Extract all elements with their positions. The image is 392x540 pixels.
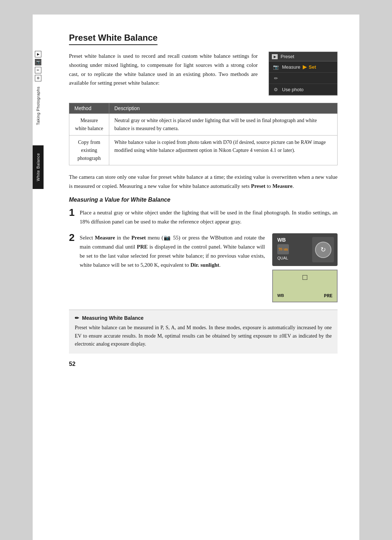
page-number: 52	[69, 361, 338, 367]
menu-row-icon-pencil: ✏	[273, 75, 279, 81]
lcd-wb-label: WB	[277, 293, 284, 299]
table-cell-desc-1: Neutral gray or white object is placed u…	[109, 114, 338, 136]
sidebar: ▶ 📷 ✏ ⚙ Taking Photographs	[33, 15, 44, 540]
note-text: Preset white balance can be measured in …	[75, 324, 332, 348]
table-row: Copy fromexistingphotograph White balanc…	[69, 136, 338, 165]
menu-row-pencil: ✏	[269, 73, 337, 84]
step-2-text: Select Measure in the Preset menu (📷 55)…	[80, 233, 265, 269]
step-1: 1 Place a neutral gray or white object u…	[69, 208, 338, 226]
step2-bold-measure: Measure	[95, 235, 115, 241]
measure-label: Measure	[282, 64, 301, 70]
lcd-screen: □ WB PRE	[272, 270, 338, 302]
bold-measure: Measure	[272, 183, 293, 189]
menu-header-icon: ▶	[272, 54, 278, 59]
sidebar-icon-pencil: ✏	[35, 67, 41, 73]
intro-section: Preset white balance is used to record a…	[69, 52, 338, 96]
table-cell-method-2: Copy fromexistingphotograph	[69, 136, 109, 165]
note-title-text: Measuring White Balance	[82, 315, 144, 321]
sidebar-black-bar: White Balance	[33, 145, 44, 189]
dial-circle: ↻	[315, 242, 331, 258]
lcd-top: □	[277, 273, 332, 282]
lcd-bottom: WB PRE	[277, 293, 332, 299]
wb-label: WB	[277, 237, 286, 243]
intro-paragraph: Preset white balance is used to record a…	[69, 52, 258, 88]
menu-row-usephoto: ⚙ Use photo	[269, 84, 337, 95]
step-2-number: 2	[69, 233, 75, 243]
sidebar-label-white-balance: White Balance	[36, 153, 40, 181]
camera-menu-header: ▶ Preset	[269, 52, 337, 61]
step-2-images: WB ?/○m QUAL ↻ □	[272, 233, 338, 302]
step-2-container: Select Measure in the Preset menu (📷 55)…	[80, 233, 338, 302]
sidebar-icon-gear: ⚙	[35, 75, 41, 81]
sidebar-icon-camera: 📷	[35, 59, 41, 65]
table-header-method: Method	[69, 103, 109, 114]
step-2: 2 Select Measure in the Preset menu (📷 5…	[69, 233, 338, 302]
camera-body-image: WB ?/○m QUAL ↻	[272, 233, 338, 266]
table-cell-desc-2: White balance value is copied from photo…	[109, 136, 338, 165]
menu-header-title: Preset	[281, 54, 294, 59]
body-paragraph-1: The camera can store only one value for …	[69, 173, 338, 191]
menu-row-measure-text: Measure ▶ Set	[282, 64, 316, 70]
sidebar-label-taking: Taking Photographs	[36, 86, 40, 125]
dial-mockup: ↻	[312, 237, 334, 262]
step2-dir-sunlight: Dir. sunlight	[191, 262, 219, 268]
table-row: Measurewhite balance Neutral gray or whi…	[69, 114, 338, 136]
wb-button: ?/○m	[277, 244, 289, 254]
qual-label: QUAL	[277, 256, 288, 260]
step2-pre: PRE	[137, 244, 148, 250]
sidebar-icons: ▶ 📷 ✏ ⚙	[35, 51, 41, 81]
step-1-number: 1	[69, 207, 75, 218]
menu-row-icon-camera: 📷	[273, 64, 279, 70]
lcd-center-symbol: □	[302, 273, 307, 282]
step-2-paragraph: Select Measure in the Preset menu (📷 55)…	[80, 233, 265, 269]
sidebar-icon-play: ▶	[35, 51, 41, 57]
menu-row-icon-usephoto: ⚙	[273, 86, 279, 93]
menu-row-usephoto-text: Use photo	[282, 87, 303, 92]
table-header-description: Description	[109, 103, 338, 114]
menu-arrow: ▶	[303, 64, 307, 70]
section-heading: Measuring a Value for White Balance	[69, 197, 338, 203]
table-cell-method-1: Measurewhite balance	[69, 114, 109, 136]
dial-arrow-icon: ↻	[320, 246, 326, 254]
bold-preset: Preset	[251, 183, 266, 189]
menu-row-measure: 📷 Measure ▶ Set	[269, 61, 337, 73]
set-label: Set	[309, 64, 316, 70]
main-content: Preset White Balance Preset white balanc…	[69, 33, 338, 367]
step2-bold-preset: Preset	[131, 235, 146, 241]
step-1-text: Place a neutral gray or white object und…	[80, 208, 338, 226]
page: ▶ 📷 ✏ ⚙ Taking Photographs White Balance…	[33, 15, 359, 540]
camera-menu-mockup: ▶ Preset 📷 Measure ▶ Set ✏ ⚙	[269, 52, 338, 96]
note-pencil-icon: ✏	[75, 315, 79, 321]
note-title: ✏ Measuring White Balance	[75, 315, 332, 321]
page-title: Preset White Balance	[69, 33, 158, 45]
lcd-pre-label: PRE	[324, 293, 332, 299]
method-table: Method Description Measurewhite balance …	[69, 103, 338, 165]
note-box: ✏ Measuring White Balance Preset white b…	[69, 310, 338, 353]
